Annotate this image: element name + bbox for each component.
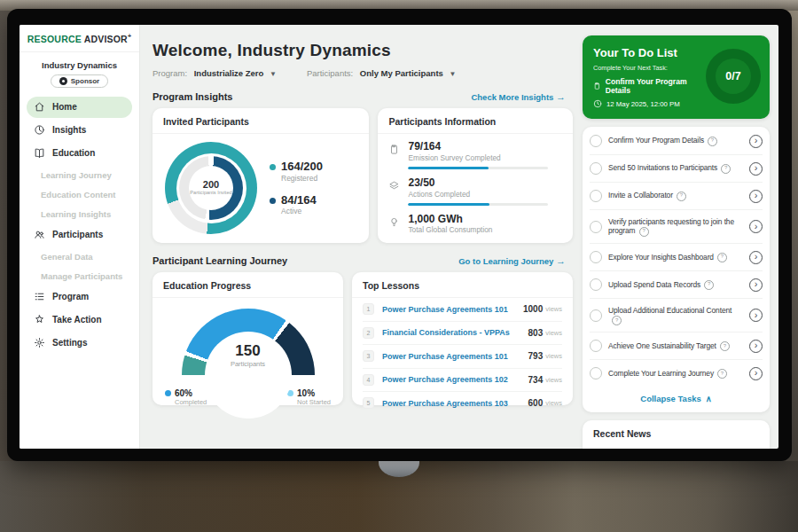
task-label: Send 50 Invitations to Participants? xyxy=(608,163,743,173)
sidebar-item-home[interactable]: Home xyxy=(27,97,132,118)
task-checkbox[interactable] xyxy=(590,162,602,175)
sidebar-item-manage-participants[interactable]: Manage Participants xyxy=(27,267,132,286)
task-checkbox[interactable] xyxy=(590,135,602,147)
dashboard-screen: RESOURCE ADVISOR+ Industry Dynamics Spon… xyxy=(20,25,778,449)
lesson-row: 1 Power Purchase Agreements 101 1000 vie… xyxy=(363,298,562,321)
go-to-learning-journey-label: Go to Learning Journey xyxy=(458,256,553,266)
education-progress-title: Education Progress xyxy=(153,272,343,298)
todo-title: Your To Do List xyxy=(593,46,700,59)
lesson-rank: 2 xyxy=(363,327,374,339)
legend-dot xyxy=(270,198,276,204)
task-checkbox[interactable] xyxy=(590,278,602,291)
legend-value: 84/164 xyxy=(281,194,317,207)
chevron-right-icon[interactable]: › xyxy=(749,220,763,233)
go-to-learning-journey-link[interactable]: Go to Learning Journey → xyxy=(458,255,566,266)
donut-center-value: 200 xyxy=(203,179,219,190)
clock-icon xyxy=(593,99,602,108)
chevron-right-icon[interactable]: › xyxy=(749,309,763,322)
info-icon[interactable]: ? xyxy=(717,369,727,379)
sidebar-item-learning-journey[interactable]: Learning Journey xyxy=(27,166,132,185)
sidebar-item-learning-insights[interactable]: Learning Insights xyxy=(27,205,132,224)
task-label: Complete Your Learning Journey? xyxy=(608,369,743,379)
todo-task-row: Send 50 Invitations to Participants? › xyxy=(590,155,763,183)
page-title: Welcome, Industry Dynamics xyxy=(153,41,573,60)
sidebar-item-general-data[interactable]: General Data xyxy=(27,247,132,267)
task-checkbox[interactable] xyxy=(590,367,602,379)
participants-filter-label: Participants: xyxy=(307,68,353,78)
chevron-right-icon[interactable]: › xyxy=(749,190,763,203)
todo-panel: Your To Do List Complete Your Next Task:… xyxy=(577,25,778,449)
arrow-right-icon: → xyxy=(556,91,566,102)
recent-news-card: Recent News xyxy=(583,420,770,449)
info-icon[interactable]: ? xyxy=(677,192,686,201)
sidebar-item-participants[interactable]: Participants xyxy=(27,224,132,246)
task-checkbox[interactable] xyxy=(590,309,602,322)
sidebar-nav: HomeInsightsEducationLearning JourneyEdu… xyxy=(20,97,139,354)
bulb-icon xyxy=(388,216,400,228)
task-checkbox[interactable] xyxy=(590,251,602,263)
sponsor-badge[interactable]: Sponsor xyxy=(51,74,108,88)
chevron-right-icon[interactable]: › xyxy=(749,135,763,148)
task-checkbox[interactable] xyxy=(590,221,602,233)
lesson-title-link[interactable]: Power Purchase Agreements 102 xyxy=(382,375,528,384)
chevron-right-icon[interactable]: › xyxy=(749,278,763,292)
program-filter-value: Industrialize Zero xyxy=(194,68,264,78)
participants-filter-value: Only My Participants xyxy=(360,68,443,78)
participants-stats: 79/164 Emission Survey Completed23/50 Ac… xyxy=(378,134,573,234)
collapse-tasks-link[interactable]: Collapse Tasks ∧ xyxy=(590,387,763,411)
lesson-views-label: views xyxy=(545,399,562,407)
sidebar-item-label: Settings xyxy=(52,338,87,348)
sidebar-item-insights[interactable]: Insights xyxy=(27,120,132,141)
legend-label: Active xyxy=(281,207,317,215)
info-icon[interactable]: ? xyxy=(717,253,727,262)
insights-icon xyxy=(34,124,45,136)
sidebar-item-settings[interactable]: Settings xyxy=(27,332,132,354)
sidebar-item-education-content[interactable]: Education Content xyxy=(27,185,132,205)
top-lessons-list: 1 Power Purchase Agreements 101 1000 vie… xyxy=(352,298,573,415)
lesson-rank: 3 xyxy=(363,350,374,362)
lesson-title-link[interactable]: Power Purchase Agreements 101 xyxy=(382,305,523,314)
lesson-title-link[interactable]: Financial Considerations - VPPAs xyxy=(382,328,528,337)
sidebar-item-label: Learning Journey xyxy=(41,170,112,180)
check-more-insights-link[interactable]: Check More Insights → xyxy=(471,91,566,102)
task-checkbox[interactable] xyxy=(590,340,602,352)
sidebar-item-education[interactable]: Education xyxy=(27,143,132,164)
chevron-right-icon[interactable]: › xyxy=(749,367,763,380)
sidebar-item-label: Education xyxy=(52,148,95,158)
todo-progress-value: 0/7 xyxy=(725,70,740,82)
sidebar: RESOURCE ADVISOR+ Industry Dynamics Spon… xyxy=(20,25,140,449)
lesson-title-link[interactable]: Power Purchase Agreements 101 xyxy=(382,352,528,361)
program-filter[interactable]: Program: Industrialize Zero ▼ xyxy=(153,68,277,78)
app-logo: RESOURCE ADVISOR+ xyxy=(20,33,139,52)
stat-value: 1,000 GWh xyxy=(408,214,492,226)
participants-filter[interactable]: Participants: Only My Participants ▼ xyxy=(307,68,456,78)
task-checkbox[interactable] xyxy=(590,190,602,202)
info-icon[interactable]: ? xyxy=(639,227,649,237)
chevron-right-icon[interactable]: › xyxy=(749,251,763,264)
program-icon xyxy=(34,291,45,302)
main-content: Welcome, Industry Dynamics Program: Indu… xyxy=(140,25,577,449)
todo-task-row: Verify participants requesting to join t… xyxy=(590,210,763,244)
education-progress-card: Education Progress 150 Participants 60% … xyxy=(153,272,343,405)
lesson-views-label: views xyxy=(545,305,562,313)
info-icon[interactable]: ? xyxy=(704,280,714,290)
info-icon[interactable]: ? xyxy=(708,137,717,146)
chevron-right-icon[interactable]: › xyxy=(749,162,763,176)
sidebar-item-take-action[interactable]: Take Action xyxy=(27,309,132,331)
sidebar-item-program[interactable]: Program xyxy=(27,286,132,308)
todo-progress-ring: 0/7 xyxy=(706,49,761,104)
lesson-rank: 1 xyxy=(363,303,374,315)
chevron-down-icon: ▼ xyxy=(270,70,277,78)
task-label: Upload Spend Data Records? xyxy=(608,280,743,290)
chevron-right-icon[interactable]: › xyxy=(749,340,763,353)
lesson-row: 5 Power Purchase Agreements 103 600 view… xyxy=(363,391,562,415)
layers-icon xyxy=(388,180,400,192)
todo-task-row: Complete Your Learning Journey? › xyxy=(590,360,763,387)
lesson-views-label: views xyxy=(545,376,562,384)
lesson-title-link[interactable]: Power Purchase Agreements 103 xyxy=(382,399,528,408)
legend-value: 164/200 xyxy=(281,160,323,173)
info-icon[interactable]: ? xyxy=(612,316,622,325)
info-icon[interactable]: ? xyxy=(721,164,731,174)
arrow-right-icon: → xyxy=(556,255,566,266)
info-icon[interactable]: ? xyxy=(720,341,730,351)
